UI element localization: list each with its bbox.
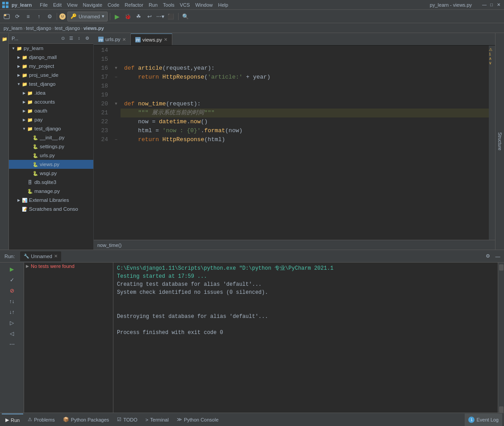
bottom-settings-btn[interactable]: ⚙ bbox=[483, 252, 492, 261]
tree-item-db-sqlite3[interactable]: ▶ 🗄 db.sqlite3 bbox=[9, 178, 93, 187]
menu-refactor[interactable]: Refactor bbox=[122, 1, 146, 8]
breadcrumb-item-2[interactable]: test_django bbox=[26, 25, 51, 31]
tree-item-pylearn[interactable]: ▼ 📁 py_learn bbox=[9, 44, 93, 53]
run-output: C:\Evns\django1.11\Scripts\python.exe "D… bbox=[113, 263, 498, 413]
tree-item-oauth[interactable]: ▶ 📁 oauth bbox=[9, 106, 93, 115]
tab-urls-py[interactable]: py urls.py ✕ bbox=[94, 33, 131, 45]
minimize-button[interactable]: — bbox=[481, 1, 488, 8]
debug-button[interactable]: 🐞 bbox=[123, 12, 133, 21]
tree-arrow-oauth[interactable]: ▶ bbox=[21, 108, 27, 113]
coverage-button[interactable]: ☘ bbox=[134, 12, 144, 21]
tree-item-scratches[interactable]: ▶ 📝 Scratches and Conso bbox=[9, 205, 93, 213]
menu-file[interactable]: File bbox=[37, 1, 50, 8]
tab-close-urls[interactable]: ✕ bbox=[122, 37, 126, 42]
tree-arrow-idea[interactable]: ▶ bbox=[21, 90, 27, 96]
run-check-btn[interactable]: ✓ bbox=[7, 275, 17, 285]
run-more-btn[interactable]: ⋯ bbox=[7, 339, 17, 349]
tree-item-idea[interactable]: ▶ 📁 .idea bbox=[9, 88, 93, 97]
more-run-options[interactable]: ⋯▾ bbox=[155, 12, 165, 21]
fold-marker-17[interactable]: – bbox=[112, 72, 121, 81]
tree-item-test-django-2[interactable]: ▼ 📁 test_django bbox=[9, 124, 93, 133]
menu-code[interactable]: Code bbox=[105, 1, 122, 8]
menu-edit[interactable]: Edit bbox=[50, 1, 64, 8]
tree-arrow-external-libraries[interactable]: ▶ bbox=[16, 197, 21, 203]
tab-close-views[interactable]: ✕ bbox=[164, 37, 167, 42]
fold-marker-16[interactable]: ▼ bbox=[112, 63, 121, 72]
event-log-button[interactable]: 1 Event Log bbox=[465, 413, 502, 426]
run-sort-asc-btn[interactable]: ↑↓ bbox=[7, 297, 17, 306]
run-output-scrollbar[interactable] bbox=[498, 263, 504, 413]
project-dropdown[interactable]: 🔑 Unnamed ▾ bbox=[67, 12, 108, 21]
bottom-minimize-btn[interactable]: — bbox=[493, 252, 502, 261]
tree-arrow-accounts[interactable]: ▶ bbox=[21, 99, 27, 104]
tree-item-views-py[interactable]: ▶ 🐍 views.py bbox=[9, 160, 93, 169]
menu-navigate[interactable]: Navigate bbox=[80, 1, 105, 8]
tree-item-external-libraries[interactable]: ▶ 📊 External Libraries bbox=[9, 196, 93, 205]
statusbar-tab-terminal[interactable]: > Terminal bbox=[142, 413, 172, 426]
tree-item-urls-py[interactable]: ▶ 🐍 urls.py bbox=[9, 151, 93, 160]
panel-settings-icon[interactable]: ⚙ bbox=[83, 35, 91, 42]
toolbar-btn-settings[interactable]: ⚙ bbox=[45, 12, 54, 21]
statusbar-tab-python-console[interactable]: ≫ Python Console bbox=[173, 413, 222, 426]
tree-item-test-django-1[interactable]: ▼ 📁 test_django bbox=[9, 79, 93, 88]
fold-marker-24[interactable]: – bbox=[112, 135, 121, 144]
run-stop-btn[interactable]: ⊘ bbox=[7, 286, 17, 296]
tree-item-proj-use-ide[interactable]: ▶ 📁 proj_use_ide bbox=[9, 71, 93, 79]
tree-item-wsgi-py[interactable]: ▶ 🐍 wsgi.py bbox=[9, 169, 93, 178]
run-tab-unnamed[interactable]: 🔧 Unnamed ✕ bbox=[20, 251, 61, 261]
code-editor[interactable]: 14 15 16 17 18 19 20 21 22 23 24 ▼ – ▼ bbox=[94, 46, 495, 240]
panel-collapse-icon[interactable]: ↕ bbox=[75, 35, 83, 42]
tree-arrow-my-project[interactable]: ▶ bbox=[16, 63, 21, 69]
tree-arrow-test-django-1[interactable]: ▼ bbox=[16, 81, 21, 87]
run-expand-btn[interactable]: ▷ bbox=[7, 318, 17, 328]
run-with-coverage-button[interactable]: ↩ bbox=[145, 12, 154, 21]
tree-item-settings-py[interactable]: ▶ 🐍 settings.py bbox=[9, 142, 93, 151]
maximize-button[interactable]: □ bbox=[488, 1, 495, 8]
statusbar-tab-problems[interactable]: ⚠ Problems bbox=[24, 413, 58, 426]
code-content[interactable]: def article(request,year): return HttpRe… bbox=[121, 46, 489, 240]
tree-item-init-py[interactable]: ▶ 🐍 __init__.py bbox=[9, 133, 93, 142]
statusbar-tab-todo[interactable]: ☑ TODO bbox=[113, 413, 141, 426]
tree-arrow-proj-use-ide[interactable]: ▶ bbox=[16, 72, 21, 78]
run-collapse-btn[interactable]: ◁ bbox=[7, 329, 17, 338]
menu-help[interactable]: Help bbox=[216, 1, 231, 8]
run-play-btn[interactable]: ▶ bbox=[7, 264, 17, 274]
search-everywhere[interactable]: 🔍 bbox=[181, 12, 191, 21]
toolbar-btn-1[interactable]: ⟳ bbox=[12, 12, 22, 21]
tree-item-manage-py[interactable]: ▶ 🐍 manage.py bbox=[9, 187, 93, 196]
tree-arrow-pylearn[interactable]: ▼ bbox=[11, 46, 16, 51]
menu-vcs[interactable]: VCS bbox=[177, 1, 193, 8]
editor-scrollbar[interactable]: ⚠ 1 ∧ ∨ bbox=[489, 46, 495, 240]
tree-item-my-project[interactable]: ▶ 📁 my_project bbox=[9, 62, 93, 71]
run-tab-close[interactable]: ✕ bbox=[54, 254, 58, 259]
panel-expand-icon[interactable]: ☰ bbox=[67, 35, 75, 42]
scrollbar-thumb-down[interactable] bbox=[499, 264, 504, 271]
menu-window[interactable]: Window bbox=[192, 1, 215, 8]
close-button[interactable]: ✕ bbox=[495, 1, 502, 8]
toolbar-btn-3[interactable]: ↑ bbox=[34, 12, 44, 21]
tree-item-pay[interactable]: ▶ 📁 pay bbox=[9, 115, 93, 124]
tree-arrow-test-django-2[interactable]: ▼ bbox=[21, 126, 27, 131]
run-sort-desc-btn[interactable]: ↓↑ bbox=[7, 307, 17, 317]
sidebar-project-icon[interactable]: 📁 bbox=[0, 35, 8, 43]
tree-item-django-mall[interactable]: ▶ 📁 django_mall bbox=[9, 53, 93, 62]
breadcrumb-item-1[interactable]: py_learn bbox=[4, 25, 22, 31]
statusbar-tab-python-packages[interactable]: 📦 Python Packages bbox=[59, 413, 113, 426]
run-button[interactable]: ▶ bbox=[112, 12, 122, 21]
tree-item-accounts[interactable]: ▶ 📁 accounts bbox=[9, 97, 93, 106]
statusbar-tab-run[interactable]: ▶ Run bbox=[2, 413, 23, 426]
menu-view[interactable]: View bbox=[64, 1, 80, 8]
scrollbar-arrows[interactable] bbox=[499, 406, 504, 413]
menu-run[interactable]: Run bbox=[146, 1, 160, 8]
output-line-3: Creating test database for alias 'defaul… bbox=[117, 280, 494, 288]
menu-tools[interactable]: Tools bbox=[160, 1, 177, 8]
tab-views-py[interactable]: py views.py ✕ bbox=[131, 33, 172, 45]
stop-button[interactable]: ⬛ bbox=[166, 12, 176, 21]
breadcrumb-item-4[interactable]: views.py bbox=[83, 25, 104, 31]
panel-sync-icon[interactable]: ⊙ bbox=[59, 35, 67, 42]
tree-arrow-pay[interactable]: ▶ bbox=[21, 117, 27, 122]
breadcrumb-item-3[interactable]: test_django bbox=[54, 25, 80, 31]
tree-arrow-django-mall[interactable]: ▶ bbox=[16, 54, 21, 60]
toolbar-btn-2[interactable]: ≡ bbox=[23, 12, 33, 21]
fold-marker-20[interactable]: ▼ bbox=[112, 99, 121, 108]
